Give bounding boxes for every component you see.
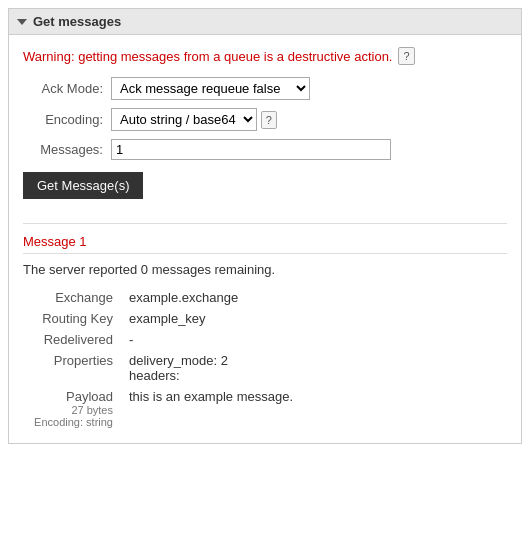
properties-value: delivery_mode: 2 headers: [123, 350, 507, 386]
redelivered-label: Redelivered [23, 329, 123, 350]
encoding-row: Encoding: Auto string / base64 base64 ? [23, 108, 507, 131]
get-messages-button[interactable]: Get Message(s) [23, 172, 143, 199]
messages-input[interactable] [111, 139, 391, 160]
exchange-row: Exchange example.exchange [23, 287, 507, 308]
encoding-select[interactable]: Auto string / base64 base64 [111, 108, 257, 131]
warning-text: Warning: getting messages from a queue i… [23, 49, 392, 64]
redelivered-row: Redelivered - [23, 329, 507, 350]
get-messages-panel: Get messages Warning: getting messages f… [8, 8, 522, 444]
message-heading: Message 1 [23, 234, 507, 254]
panel-body: Warning: getting messages from a queue i… [9, 35, 521, 443]
ack-mode-label: Ack Mode: [23, 81, 103, 96]
properties-label: Properties [23, 350, 123, 386]
encoding-help-button[interactable]: ? [261, 111, 277, 129]
messages-label: Messages: [23, 142, 103, 157]
exchange-value: example.exchange [123, 287, 507, 308]
encoding-label: Encoding: [23, 112, 103, 127]
warning-row: Warning: getting messages from a queue i… [23, 47, 507, 65]
divider-1 [23, 223, 507, 224]
routing-key-value: example_key [123, 308, 507, 329]
properties-headers: headers: [129, 368, 501, 383]
routing-key-label: Routing Key [23, 308, 123, 329]
exchange-label: Exchange [23, 287, 123, 308]
payload-content: this is an example message. [123, 386, 507, 431]
collapse-icon [17, 19, 27, 25]
server-note-prefix: The server reported [23, 262, 141, 277]
payload-size: 27 bytes [29, 404, 113, 416]
ack-mode-select[interactable]: Ack message requeue false Nack message r… [111, 77, 310, 100]
payload-label-text: Payload [29, 389, 113, 404]
properties-delivery: delivery_mode: 2 [129, 353, 501, 368]
redelivered-value: - [123, 329, 507, 350]
server-note: The server reported 0 messages remaining… [23, 262, 507, 277]
warning-help-button[interactable]: ? [398, 47, 414, 65]
properties-row: Properties delivery_mode: 2 headers: [23, 350, 507, 386]
server-note-suffix: messages remaining. [148, 262, 275, 277]
ack-mode-row: Ack Mode: Ack message requeue false Nack… [23, 77, 507, 100]
server-note-count: 0 [141, 262, 148, 277]
panel-header[interactable]: Get messages [9, 9, 521, 35]
payload-label: Payload 27 bytes Encoding: string [23, 386, 123, 431]
payload-encoding: Encoding: string [29, 416, 113, 428]
message-details-table: Exchange example.exchange Routing Key ex… [23, 287, 507, 431]
messages-row: Messages: [23, 139, 507, 160]
panel-title: Get messages [33, 14, 121, 29]
routing-key-row: Routing Key example_key [23, 308, 507, 329]
payload-row: Payload 27 bytes Encoding: string this i… [23, 386, 507, 431]
